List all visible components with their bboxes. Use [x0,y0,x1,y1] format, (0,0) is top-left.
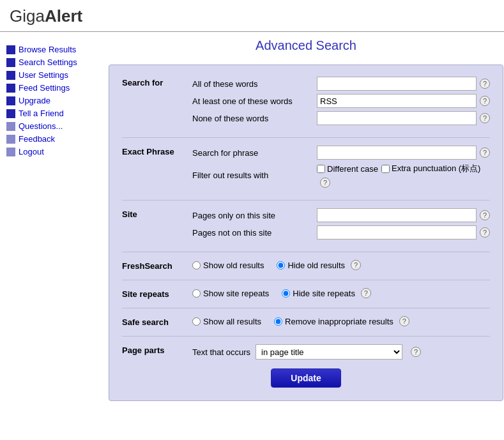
show-all-radio[interactable] [192,317,201,326]
hide-repeats-help-icon[interactable]: ? [361,288,371,298]
sidebar-icon [6,148,15,156]
show-all-option: Show all results [192,317,261,326]
hide-repeats-radio[interactable] [282,289,290,298]
any-words-help-icon[interactable]: ? [480,96,490,106]
sidebar-item-logout[interactable]: Logout [6,147,99,156]
extra-punct-label: Extra punctuation (标点) [392,163,480,174]
site-not-input[interactable] [317,225,477,239]
site-only-label: Pages only on this site [192,211,317,220]
site-repeats-section: Site repeats Show site repeats Hide site… [122,288,490,299]
phrase-row: Search for phrase ? [192,146,490,160]
text-that-occurs-label: Text that occurs [192,347,250,357]
search-for-label: Search for [122,77,192,87]
show-old-radio[interactable] [192,261,201,269]
search-for-content: All of these words ? At least one of the… [192,77,490,128]
remove-inappropriate-label: Remove inappropriate results [285,317,393,326]
logo-bold: Alert [45,6,82,26]
site-not-help-icon[interactable]: ? [480,227,490,238]
search-for-section: Search for All of these words ? At least… [122,77,490,128]
sidebar-item-label: Browse Results [19,45,76,54]
show-repeats-label: Show site repeats [203,289,269,298]
safe-search-radios: Show all results Remove inappropriate re… [192,316,490,326]
sidebar-item-feed-settings[interactable]: Feed Settings [6,83,99,93]
none-words-help-icon[interactable]: ? [480,113,490,123]
none-words-label: None of these words [192,114,317,123]
sidebar-item-label: Questions... [19,121,63,131]
extra-punct-option: Extra punctuation (标点) [381,163,480,174]
site-content: Pages only on this site ? Pages not on t… [192,208,490,243]
diff-case-checkbox[interactable] [317,165,325,173]
page-parts-section: Page parts Text that occurs in page titl… [122,344,490,360]
sidebar-icon [6,45,15,54]
any-words-label: At least one of these words [192,96,317,106]
show-repeats-radio[interactable] [192,289,201,298]
sidebar-item-tell-a-friend[interactable]: Tell a Friend [6,109,99,118]
sidebar-item-feedback[interactable]: Feedback [6,134,99,144]
sep-1 [122,137,490,138]
filter-help-icon[interactable]: ? [320,178,330,188]
site-only-help-icon[interactable]: ? [480,210,490,220]
remove-inappropriate-radio[interactable] [274,317,282,326]
sep-3 [122,252,490,252]
sidebar-item-search-settings[interactable]: Search Settings [6,57,99,67]
sidebar-icon [6,109,15,118]
main-content: Advanced Search Search for All of these … [99,38,504,401]
site-only-row: Pages only on this site ? [192,208,490,222]
remove-inappropriate-help-icon[interactable]: ? [399,316,409,326]
none-words-row: None of these words ? [192,111,490,125]
page-parts-help-icon[interactable]: ? [411,347,421,357]
header: GigaAlert [0,0,504,32]
hide-repeats-option: Hide site repeats ? [282,288,371,298]
fresh-search-content: Show old results Hide old results ? [192,260,490,270]
show-all-label: Show all results [203,317,261,326]
site-repeats-label: Site repeats [122,288,192,299]
fresh-search-section: FreshSearch Show old results Hide old re… [122,260,490,271]
exact-phrase-section: Exact Phrase Search for phrase ? Filter … [122,146,490,191]
sidebar-item-questions...[interactable]: Questions... [6,121,99,131]
logo: GigaAlert [10,6,82,26]
sidebar-item-user-settings[interactable]: User Settings [6,70,99,80]
none-words-input[interactable] [317,111,477,125]
all-words-row: All of these words ? [192,77,490,91]
page-parts-row: Text that occurs in page title in page b… [192,344,490,360]
safe-search-label: Safe search [122,316,192,327]
site-only-input[interactable] [317,208,477,222]
sidebar-item-label: Feedback [19,134,55,144]
phrase-input[interactable] [317,146,477,160]
site-repeats-content: Show site repeats Hide site repeats ? [192,288,490,298]
update-button[interactable]: Update [271,368,340,388]
search-panel: Search for All of these words ? At least… [109,64,503,401]
fresh-search-radios: Show old results Hide old results ? [192,260,490,270]
sep-2 [122,200,490,201]
all-words-help-icon[interactable]: ? [480,79,490,89]
phrase-label: Search for phrase [192,148,317,158]
sep-6 [122,336,490,337]
filter-row: Filter out results with Different case E… [192,163,490,188]
hide-old-option: Hide old results ? [277,260,361,270]
sidebar-icon [6,122,15,131]
hide-old-help-icon[interactable]: ? [351,260,361,270]
sidebar-item-label: Feed Settings [19,83,70,93]
sidebar-icon [6,96,15,105]
all-words-input[interactable] [317,77,477,91]
layout: Browse ResultsSearch SettingsUser Settin… [0,32,504,407]
sidebar-item-label: Logout [19,147,44,156]
page-title: Advanced Search [109,38,503,53]
site-repeats-radios: Show site repeats Hide site repeats ? [192,288,490,298]
page-parts-select[interactable]: in page title in page body in page URL a… [256,344,402,360]
any-words-input[interactable] [317,94,477,108]
phrase-help-icon[interactable]: ? [480,148,490,158]
sidebar-item-upgrade[interactable]: Upgrade [6,96,99,105]
hide-old-radio[interactable] [277,261,285,269]
hide-repeats-label: Hide site repeats [293,289,355,298]
page-parts-content: Text that occurs in page title in page b… [192,344,490,360]
site-not-row: Pages not on this site ? [192,225,490,239]
page-parts-label: Page parts [122,344,192,355]
remove-inappropriate-option: Remove inappropriate results ? [274,316,409,326]
show-old-option: Show old results [192,261,264,270]
sidebar-icon [6,135,15,144]
sidebar-item-browse-results[interactable]: Browse Results [6,45,99,54]
extra-punct-checkbox[interactable] [381,165,390,173]
exact-phrase-content: Search for phrase ? Filter out results w… [192,146,490,191]
sidebar-item-label: User Settings [19,70,68,80]
